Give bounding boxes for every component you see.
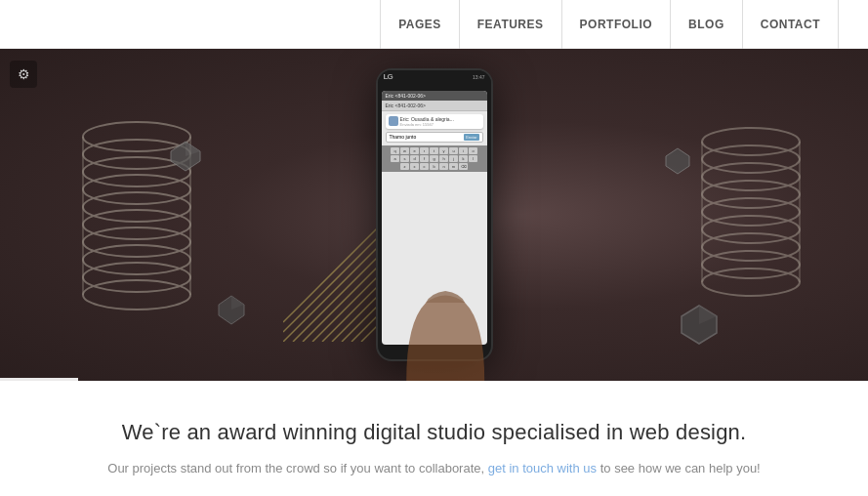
hero-section: ⚙	[0, 49, 868, 381]
svg-point-4	[83, 192, 190, 222]
svg-point-3	[83, 175, 190, 204]
contact-link[interactable]: get in touch with us	[488, 461, 597, 475]
nav-blog[interactable]: BLOG	[670, 0, 742, 49]
phone-message: Eric: Ousadia & alegria... Enviada em: 1…	[386, 114, 483, 129]
svg-point-20	[702, 269, 800, 296]
phone-input-area[interactable]: Thamo junto Enviar	[386, 132, 483, 143]
site-header: PAGES FEATURES PORTFOLIO BLOG CONTACT	[0, 0, 868, 49]
phone-keyboard: q w e r t y u i o a s d f g h j	[382, 145, 487, 172]
nav-features[interactable]: FEATURES	[459, 0, 561, 49]
svg-point-9	[83, 280, 190, 310]
keyboard-row-3: z x c b n m ⌫	[384, 163, 485, 170]
keyboard-row-2: a s d f g h j k l	[384, 155, 485, 162]
content-subtext: Our projects stand out from the crowd so…	[29, 459, 839, 479]
subtext-before: Our projects stand out from the crowd so…	[107, 461, 484, 475]
crystal-decoration-4	[678, 303, 722, 347]
keyboard-row-1: q w e r t y u i o	[384, 147, 485, 154]
content-headline: We`re an award winning digital studio sp…	[29, 420, 839, 445]
right-spiral-decoration	[682, 117, 819, 312]
svg-point-14	[702, 163, 800, 190]
svg-point-7	[83, 245, 190, 274]
svg-point-13	[702, 145, 800, 173]
subtext-after: to see how we can help you!	[600, 461, 761, 475]
svg-point-16	[702, 198, 800, 226]
svg-point-15	[702, 181, 800, 208]
phone-contact-id: Eric <841-002-06>	[382, 101, 487, 111]
phone-contact-bar: Eric <841-002-06>	[382, 91, 487, 101]
phone-send-button[interactable]: Enviar	[464, 134, 478, 141]
svg-point-6	[83, 227, 190, 257]
svg-marker-38	[666, 148, 689, 174]
phone-input-text: Thamo junto	[390, 134, 417, 141]
crystal-decoration-1	[166, 137, 205, 176]
crystal-decoration-2	[215, 293, 249, 327]
main-nav: PAGES FEATURES PORTFOLIO BLOG CONTACT	[380, 0, 839, 49]
svg-point-12	[702, 128, 800, 155]
phone-status: 13:47	[473, 74, 485, 80]
hand-decoration	[377, 283, 514, 381]
svg-point-5	[83, 210, 190, 239]
phone-message-text: Eric: Ousadia & alegria... Enviada em: 1…	[400, 116, 454, 127]
nav-portfolio[interactable]: PORTFOLIO	[561, 0, 671, 49]
gear-icon: ⚙	[18, 66, 30, 82]
svg-point-8	[83, 263, 190, 292]
nav-contact[interactable]: CONTACT	[742, 0, 839, 49]
phone-top-bar: LG 13:47	[378, 70, 491, 83]
hero-progress-bar	[0, 378, 78, 381]
svg-point-18	[702, 233, 800, 261]
svg-point-19	[702, 251, 800, 278]
nav-pages[interactable]: PAGES	[380, 0, 459, 49]
crystal-decoration-3	[663, 146, 692, 176]
svg-line-32	[283, 225, 391, 332]
phone-avatar	[389, 116, 398, 126]
gear-icon-wrapper[interactable]: ⚙	[10, 61, 37, 88]
svg-point-17	[702, 216, 800, 243]
phone-brand: LG	[384, 72, 393, 81]
content-section: We`re an award winning digital studio sp…	[0, 381, 868, 496]
